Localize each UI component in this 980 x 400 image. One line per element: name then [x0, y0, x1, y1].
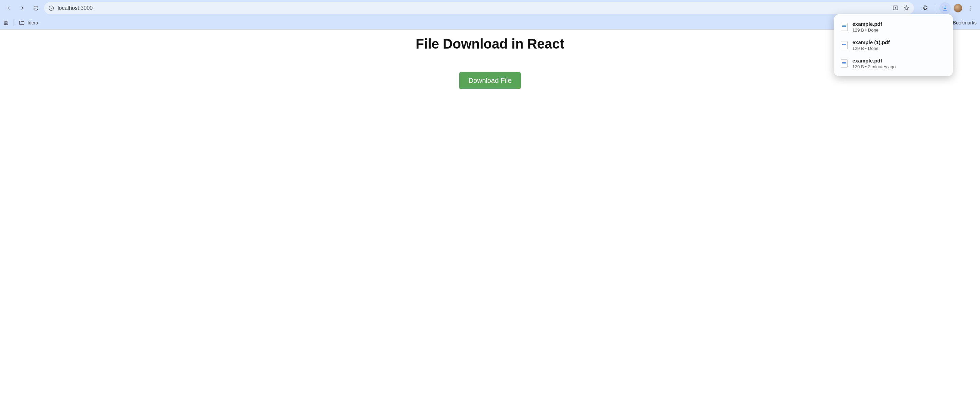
svg-rect-7 — [5, 21, 6, 22]
bookmark-folder-label: Idera — [27, 20, 38, 25]
apps-grid-icon[interactable] — [3, 20, 9, 25]
separator — [14, 19, 14, 26]
site-info-icon[interactable] — [48, 5, 54, 11]
downloads-popup: example.pdf 129 B • Done example (1).pdf… — [834, 14, 953, 76]
download-filename: example.pdf — [853, 58, 896, 64]
svg-rect-8 — [6, 21, 8, 22]
download-meta: 129 B • Done — [853, 27, 882, 33]
download-meta: 129 B • Done — [853, 46, 890, 51]
file-thumb-icon — [841, 23, 848, 31]
browser-chrome: localhost:3000 — [0, 0, 980, 30]
back-button[interactable] — [3, 3, 14, 14]
svg-point-5 — [970, 8, 972, 9]
address-bar[interactable]: localhost:3000 — [44, 2, 914, 14]
forward-button[interactable] — [17, 3, 28, 14]
reload-button[interactable] — [30, 3, 41, 14]
url-port: :3000 — [79, 5, 93, 11]
download-item[interactable]: example.pdf 129 B • 2 minutes ago — [834, 54, 953, 73]
folder-icon — [19, 20, 25, 26]
svg-rect-9 — [5, 23, 6, 24]
download-meta: 129 B • 2 minutes ago — [853, 64, 896, 69]
download-item[interactable]: example.pdf 129 B • Done — [834, 18, 953, 36]
bookmark-folder-idera[interactable]: Idera — [19, 20, 38, 26]
extensions-icon[interactable] — [919, 2, 931, 14]
file-thumb-icon — [841, 41, 848, 49]
kebab-menu-icon[interactable] — [965, 2, 977, 14]
page-heading: File Download in React — [0, 36, 980, 52]
file-thumb-icon — [841, 59, 848, 68]
downloads-icon[interactable] — [939, 2, 951, 14]
separator — [935, 5, 935, 12]
download-filename: example.pdf — [853, 21, 882, 27]
browser-toolbar: localhost:3000 — [0, 0, 980, 16]
svg-point-4 — [970, 6, 972, 7]
install-app-icon[interactable] — [892, 5, 899, 11]
toolbar-right — [916, 2, 977, 14]
download-filename: example (1).pdf — [853, 39, 890, 45]
svg-rect-10 — [6, 23, 8, 24]
bookmarks-label: Bookmarks — [953, 20, 977, 25]
page-content: File Download in React Download File — [0, 30, 980, 400]
bookmarks-bar: Idera Bookmarks — [0, 16, 980, 29]
bookmark-star-icon[interactable] — [903, 5, 910, 11]
url-text: localhost:3000 — [58, 5, 889, 11]
svg-point-6 — [970, 10, 972, 11]
avatar[interactable] — [953, 4, 963, 13]
download-file-button[interactable]: Download File — [459, 72, 521, 89]
url-host: localhost — [58, 5, 79, 11]
download-item[interactable]: example (1).pdf 129 B • Done — [834, 36, 953, 54]
bookmarks-menu[interactable]: Bookmarks — [953, 20, 977, 25]
